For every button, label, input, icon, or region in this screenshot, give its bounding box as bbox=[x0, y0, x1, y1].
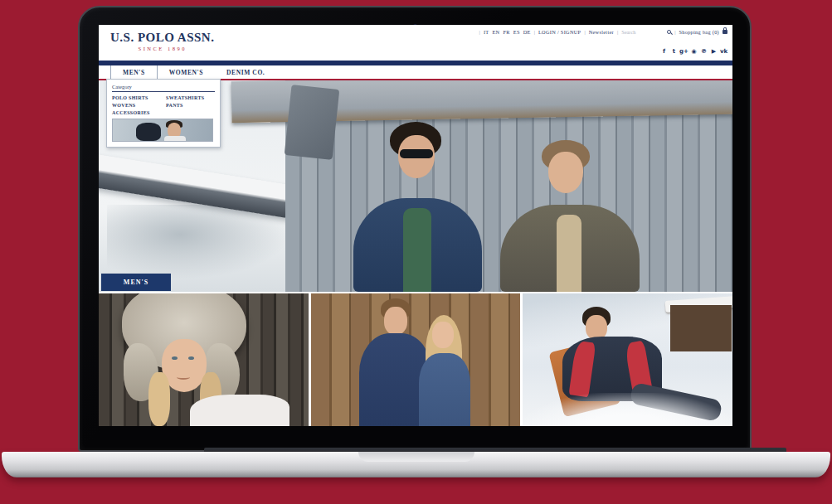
blonde-hair-left bbox=[148, 372, 170, 426]
brand-tagline: SINCE 1890 bbox=[110, 46, 214, 51]
promo-tiles bbox=[99, 293, 732, 426]
vk-icon[interactable]: vk bbox=[720, 47, 727, 55]
hero-badge[interactable]: MEN'S bbox=[101, 274, 171, 291]
tile-denim-couple[interactable] bbox=[311, 293, 521, 426]
search-icon[interactable] bbox=[667, 30, 671, 34]
woman-face-shape bbox=[432, 322, 454, 348]
model-left-sweater bbox=[403, 208, 431, 292]
social-links: f t g+ ◉ ℗ ▶ vk bbox=[660, 47, 727, 55]
link-sweatshirts[interactable]: SWEATSHIRTS bbox=[166, 95, 215, 100]
dropdown-columns: POLO SHIRTS WOVENS ACCESSORIES SWEATSHIR… bbox=[112, 95, 215, 115]
link-polo-shirts[interactable]: POLO SHIRTS bbox=[112, 95, 161, 100]
tile-snow-sled-man[interactable] bbox=[523, 293, 732, 426]
link-wovens[interactable]: WOVENS bbox=[112, 103, 161, 108]
language-es[interactable]: ES bbox=[513, 29, 520, 35]
youtube-icon[interactable]: ▶ bbox=[710, 47, 718, 55]
model-right-face bbox=[548, 152, 583, 193]
model-collar-shape bbox=[164, 136, 186, 142]
divider: | bbox=[534, 29, 535, 35]
brand-name: U.S. POLO ASSN. bbox=[110, 31, 214, 45]
search-input[interactable] bbox=[621, 29, 664, 35]
language-de[interactable]: DE bbox=[523, 29, 531, 35]
tile-fur-hat-woman[interactable] bbox=[99, 293, 309, 426]
language-en[interactable]: EN bbox=[492, 29, 499, 35]
snow-foreground bbox=[523, 393, 732, 426]
brand-logo[interactable]: U.S. POLO ASSN. SINCE 1890 bbox=[110, 31, 214, 51]
smile-shape bbox=[177, 375, 190, 380]
divider: | bbox=[617, 29, 618, 35]
instagram-icon[interactable]: ◉ bbox=[690, 47, 698, 55]
dropdown-column-2: SWEATSHIRTS PANTS bbox=[166, 95, 215, 115]
divider: | bbox=[584, 29, 585, 35]
tab-mens[interactable]: MEN'S bbox=[110, 65, 158, 79]
dropdown-column-1: POLO SHIRTS WOVENS ACCESSORIES bbox=[112, 95, 161, 115]
wood-bracket bbox=[285, 85, 340, 160]
divider: | bbox=[479, 29, 480, 35]
site-header: U.S. POLO ASSN. SINCE 1890 | IT EN FR ES… bbox=[99, 25, 732, 61]
denim-dress-shape bbox=[419, 353, 470, 426]
language-it[interactable]: IT bbox=[484, 29, 489, 35]
search-box bbox=[621, 29, 671, 35]
model-left bbox=[352, 122, 489, 292]
divider: | bbox=[674, 29, 675, 35]
shopping-bag-icon[interactable] bbox=[723, 30, 727, 34]
twitter-icon[interactable]: t bbox=[670, 47, 678, 55]
google-plus-icon[interactable]: g+ bbox=[680, 47, 688, 55]
login-signup-link[interactable]: LOGIN / SIGNUP bbox=[538, 29, 581, 35]
main-nav: MEN'S WOMEN'S DENIM CO. bbox=[99, 65, 732, 79]
pinterest-icon[interactable]: ℗ bbox=[700, 47, 708, 55]
laptop-base bbox=[2, 452, 830, 477]
white-sweater-shape bbox=[190, 395, 289, 426]
facebook-icon[interactable]: f bbox=[660, 47, 668, 55]
link-accessories[interactable]: ACCESSORIES bbox=[112, 110, 161, 115]
model-right-sweater bbox=[557, 215, 581, 292]
tab-denim-co[interactable]: DENIM CO. bbox=[215, 65, 276, 79]
dropdown-promo-image[interactable] bbox=[112, 119, 213, 142]
cabin-shape bbox=[670, 305, 732, 351]
glove-photo-shape bbox=[136, 123, 161, 141]
model-right bbox=[499, 140, 644, 292]
laptop-lid-notch bbox=[358, 452, 474, 462]
man-face-shape bbox=[384, 307, 407, 335]
language-fr[interactable]: FR bbox=[503, 29, 509, 35]
browser-viewport: U.S. POLO ASSN. SINCE 1890 | IT EN FR ES… bbox=[99, 25, 732, 426]
sunglasses-shape bbox=[400, 149, 433, 158]
dropdown-heading: Category bbox=[112, 84, 215, 92]
tab-womens[interactable]: WOMEN'S bbox=[158, 65, 215, 79]
mens-category-dropdown: Category POLO SHIRTS WOVENS ACCESSORIES … bbox=[106, 79, 221, 148]
utility-nav: | IT EN FR ES DE | LOGIN / SIGNUP | News… bbox=[479, 29, 727, 35]
desktop-background: U.S. POLO ASSN. SINCE 1890 | IT EN FR ES… bbox=[0, 0, 832, 504]
link-pants[interactable]: PANTS bbox=[166, 103, 215, 108]
newsletter-link[interactable]: Newsletter bbox=[589, 29, 614, 35]
eye-shape bbox=[188, 356, 194, 360]
shopping-bag-link[interactable]: Shopping bag (0) bbox=[679, 29, 719, 35]
mist-shape bbox=[107, 205, 289, 279]
eye-shape bbox=[172, 356, 178, 360]
